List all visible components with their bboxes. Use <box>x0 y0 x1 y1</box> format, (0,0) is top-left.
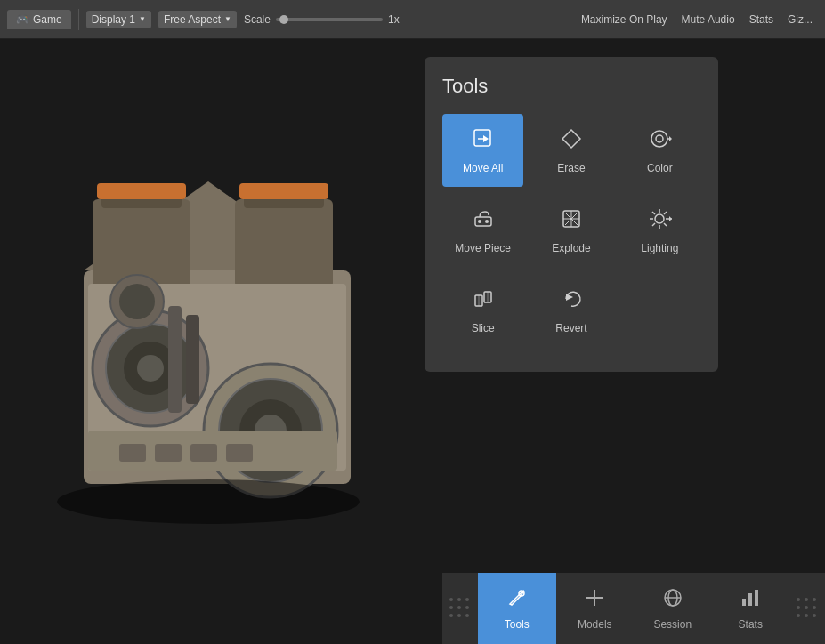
svg-rect-65 <box>742 599 746 606</box>
svg-marker-30 <box>562 130 580 148</box>
aspect-arrow-icon: ▼ <box>224 15 231 23</box>
drag-dot <box>813 614 816 617</box>
svg-rect-27 <box>474 130 490 146</box>
drag-dot <box>465 606 469 609</box>
nav-session[interactable]: Session <box>634 573 712 644</box>
game-tab-label: Game <box>33 13 62 26</box>
svg-rect-25 <box>226 444 253 462</box>
toolbar-right: Maximize On Play Mute Audio Stats Giz... <box>576 11 818 28</box>
svg-rect-22 <box>119 444 146 462</box>
nav-drag-left <box>442 573 478 644</box>
stats-btn[interactable]: Stats <box>744 11 779 28</box>
drag-dot <box>813 598 816 601</box>
tool-explode-label: Explode <box>552 242 590 254</box>
svg-rect-20 <box>186 315 199 404</box>
tool-color-label: Color <box>647 162 673 174</box>
scale-control: Scale 1x <box>244 13 400 26</box>
svg-marker-29 <box>483 135 489 142</box>
svg-marker-34 <box>669 136 672 141</box>
svg-point-43 <box>655 214 664 223</box>
svg-rect-23 <box>155 444 182 462</box>
svg-point-37 <box>485 220 489 223</box>
tools-panel: Tools Move All <box>425 57 718 372</box>
nav-tools[interactable]: Tools <box>478 573 556 644</box>
nav-models-icon <box>583 586 606 615</box>
nav-stats-icon <box>739 586 762 615</box>
svg-rect-7 <box>239 183 328 199</box>
tool-color[interactable]: Color <box>619 114 700 187</box>
drag-dot <box>457 606 461 609</box>
svg-rect-35 <box>475 217 491 226</box>
drag-dot <box>805 606 808 609</box>
svg-point-36 <box>478 220 481 223</box>
tool-erase-label: Erase <box>557 162 585 174</box>
svg-rect-4 <box>235 199 333 288</box>
game-view: Tools Move All <box>0 39 825 644</box>
tool-lighting[interactable]: Lighting <box>619 194 700 267</box>
tool-erase[interactable]: Erase <box>530 114 611 187</box>
svg-marker-53 <box>669 216 672 221</box>
drag-dot <box>797 598 800 601</box>
nav-session-icon <box>661 586 684 615</box>
game-tab[interactable]: 🎮 Game <box>7 10 71 29</box>
tools-panel-title: Tools <box>442 75 700 98</box>
slice-icon <box>471 286 496 315</box>
maximize-on-play-btn[interactable]: Maximize On Play <box>576 11 673 28</box>
toolbar-divider-1 <box>78 9 79 30</box>
move-all-icon <box>471 126 496 155</box>
bottom-nav: Tools Models Session <box>442 573 825 644</box>
engine-container <box>12 128 404 555</box>
svg-point-26 <box>57 479 360 524</box>
display-arrow-icon: ▼ <box>139 15 146 23</box>
drag-dot <box>797 614 800 617</box>
svg-rect-24 <box>190 444 217 462</box>
svg-point-32 <box>656 135 663 142</box>
nav-tools-icon <box>506 586 529 615</box>
drag-dots-right <box>797 598 818 619</box>
gizmos-btn[interactable]: Giz... <box>782 11 818 28</box>
tool-slice[interactable]: Slice <box>442 274 523 347</box>
drag-dot <box>449 606 453 609</box>
tool-move-piece[interactable]: Move Piece <box>442 194 523 267</box>
tool-move-piece-label: Move Piece <box>455 242 511 254</box>
game-tab-icon: 🎮 <box>16 13 29 26</box>
erase-icon <box>559 126 584 155</box>
drag-dot <box>805 614 808 617</box>
svg-line-49 <box>664 223 667 226</box>
drag-dot <box>797 606 800 609</box>
nav-models[interactable]: Models <box>556 573 635 644</box>
tool-lighting-label: Lighting <box>641 242 678 254</box>
svg-rect-19 <box>168 306 182 413</box>
drag-dot <box>457 598 461 601</box>
svg-line-50 <box>664 212 667 214</box>
nav-stats[interactable]: Stats <box>712 573 790 644</box>
lighting-icon <box>647 206 672 235</box>
svg-marker-58 <box>566 294 573 301</box>
mute-audio-btn[interactable]: Mute Audio <box>676 11 740 28</box>
svg-rect-66 <box>748 593 752 606</box>
explode-icon <box>559 206 584 235</box>
tool-explode[interactable]: Explode <box>530 194 611 267</box>
scale-value: 1x <box>388 13 400 26</box>
svg-point-18 <box>119 284 155 319</box>
nav-stats-label: Stats <box>739 618 763 631</box>
aspect-dropdown[interactable]: Free Aspect ▼ <box>158 11 237 28</box>
tool-revert-label: Revert <box>555 322 586 334</box>
nav-drag-right <box>789 573 825 644</box>
tool-move-all-label: Move All <box>463 162 503 174</box>
tool-move-all[interactable]: Move All <box>442 114 523 187</box>
scale-slider[interactable] <box>276 18 383 21</box>
display-dropdown[interactable]: Display 1 ▼ <box>86 11 151 28</box>
toolbar: 🎮 Game Display 1 ▼ Free Aspect ▼ Scale 1… <box>0 0 825 39</box>
tool-slice-label: Slice <box>472 322 495 334</box>
svg-point-12 <box>137 355 164 382</box>
drag-dot <box>465 598 469 601</box>
drag-dot <box>805 598 808 601</box>
drag-dot <box>449 598 453 601</box>
nav-session-label: Session <box>653 618 692 631</box>
tool-revert[interactable]: Revert <box>530 274 611 347</box>
svg-line-51 <box>652 223 655 226</box>
drag-dots-left <box>449 598 471 619</box>
scale-slider-thumb <box>279 15 288 24</box>
svg-line-48 <box>652 212 655 214</box>
